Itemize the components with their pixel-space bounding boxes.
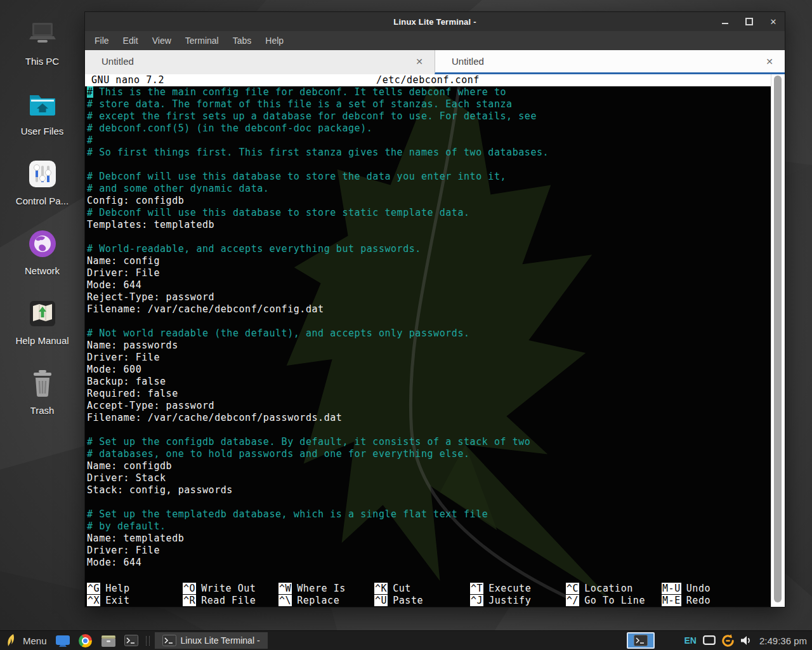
maximize-button[interactable] [744,17,754,27]
menu-edit[interactable]: Edit [116,31,145,50]
shortcut-label: Redo [686,595,710,606]
terminal-line: Name: passwords [87,340,771,352]
terminal-line: # and some other dynamic data. [87,183,771,195]
desktop-icon-trash[interactable]: Trash [4,363,81,433]
shortcut-execute: ^TExecute [470,583,566,595]
menu-tabs[interactable]: Tabs [226,31,259,50]
linux-lite-logo-icon[interactable] [6,633,16,647]
shortcut-where-is: ^WWhere Is [278,583,374,595]
nano-version: GNU nano 7.2 [91,74,164,86]
scrollbar[interactable] [771,74,785,607]
minimize-button[interactable] [720,17,730,27]
shortcut-group: ^OWrite Out^RRead File [183,583,278,607]
terminal-line: Reject-Type: password [87,291,771,303]
shortcut-key: ^T [470,583,483,594]
desktop: This PCUser FilesControl Pa...NetworkHel… [0,0,812,650]
control-panel-icon [26,157,59,190]
terminal-line: # This is the main config file for debco… [87,86,771,98]
terminal-line: # debconf.conf(5) (in the debconf-doc pa… [87,123,771,135]
desktop-icon-help-manual[interactable]: Help Manual [4,293,81,363]
network-icon [26,227,59,260]
close-button[interactable]: ✕ [768,17,778,27]
minimize-icon [722,23,728,24]
desktop-icon-this-pc[interactable]: This PC [4,14,81,84]
tab-bar: Untitled✕Untitled✕ [85,50,785,74]
language-indicator[interactable]: EN [684,635,696,646]
desktop-icon-label: User Files [21,126,64,136]
terminal-line: # databases, one to hold passwords and o… [87,448,771,460]
terminal-line: # store data. The format of this file is… [87,98,771,110]
launcher-file-cabinet-icon[interactable] [100,633,117,648]
menu-file[interactable]: File [88,31,116,50]
desktop-icon-network[interactable]: Network [4,223,81,293]
shortcut-key: ^U [374,595,388,606]
volume-icon[interactable] [740,635,752,646]
terminal-line: Driver: File [87,267,771,279]
launcher-terminal-icon[interactable] [123,633,140,648]
shortcut-write-out: ^OWrite Out [183,583,278,595]
terminal-line: Mode: 644 [87,279,771,291]
shortcut-group: ^WWhere Is^\Replace [278,583,374,607]
menu-help[interactable]: Help [258,31,291,50]
shortcut-key: ^X [87,595,100,606]
terminal-line [87,424,771,436]
update-notifier-icon[interactable] [721,633,735,648]
shortcut-group: ^GHelp^XExit [87,583,183,607]
terminal-line: # by default. [87,521,771,533]
terminal-pane[interactable]: GNU nano 7.2 /etc/debconf.conf # This is… [85,74,771,607]
nano-editor: GNU nano 7.2 /etc/debconf.conf # This is… [85,74,771,607]
terminal-line: Driver: Stack [87,472,771,484]
task-button-label: Linux Lite Terminal - [181,635,260,646]
tab-close-icon[interactable]: ✕ [413,55,426,68]
shortcut-group: ^TExecute^JJustify [470,583,566,607]
shortcut-replace: ^\Replace [278,595,374,607]
shortcut-label: Undo [686,583,710,594]
menu-terminal[interactable]: Terminal [178,31,226,50]
terminal-line: Name: configdb [87,460,771,472]
window-titlebar[interactable]: Linux Lite Terminal - ✕ [85,12,785,31]
scrollbar-thumb[interactable] [774,76,782,602]
shortcut-label: Exit [105,595,129,606]
shortcut-key: ^\ [278,595,292,606]
shortcut-help: ^GHelp [87,583,183,595]
window-menubar: FileEditViewTerminalTabsHelp [85,31,785,50]
shortcut-key: ^C [566,583,579,594]
shortcut-paste: ^UPaste [374,595,470,607]
desktop-icon-label: This PC [25,56,59,67]
desktop-icon-user-files[interactable]: User Files [4,84,81,154]
this-pc-icon [26,18,59,51]
tab-close-icon[interactable]: ✕ [763,55,776,68]
launcher-window-icon[interactable] [55,633,71,648]
shortcut-key: M-U [662,583,681,594]
shortcut-go-to-line: ^/Go To Line [566,595,662,607]
terminal-line: # Set up the configdb database. By defau… [87,436,771,448]
terminal-line: Templates: templatedb [87,219,771,231]
help-manual-icon [26,297,59,330]
shortcut-exit: ^XExit [87,595,183,607]
task-button-terminal[interactable]: Linux Lite Terminal - [155,632,268,649]
shortcut-undo: M-UUndo [662,583,771,595]
terminal-window: Linux Lite Terminal - ✕ FileEditViewTerm… [84,11,785,607]
menu-view[interactable]: View [145,31,178,50]
terminal-icon [162,635,176,646]
launcher-chrome-icon[interactable] [77,633,94,648]
terminal-line: Mode: 644 [87,557,771,569]
menu-button[interactable]: Menu [23,635,47,646]
shortcut-key: ^J [470,595,483,606]
desktop-icon-grid: This PCUser FilesControl Pa...NetworkHel… [0,14,84,433]
display-icon[interactable] [703,635,716,646]
shortcut-justify: ^JJustify [470,595,566,607]
shortcut-label: Paste [393,595,423,606]
terminal-line: # Not world readable (the default), and … [87,328,771,340]
desktop-icon-control-pa[interactable]: Control Pa... [4,154,81,223]
terminal-line [87,231,771,243]
terminal-line: Driver: File [87,545,771,557]
tab-1[interactable]: Untitled✕ [85,50,435,74]
tray-active-window[interactable] [627,632,655,649]
shortcut-key: ^/ [566,595,579,606]
tab-2-active[interactable]: Untitled✕ [435,50,785,74]
window-title: Linux Lite Terminal - [393,17,476,27]
shortcut-label: Replace [297,595,339,606]
terminal-line: Required: false [87,388,771,400]
desktop-icon-label: Network [25,265,60,276]
